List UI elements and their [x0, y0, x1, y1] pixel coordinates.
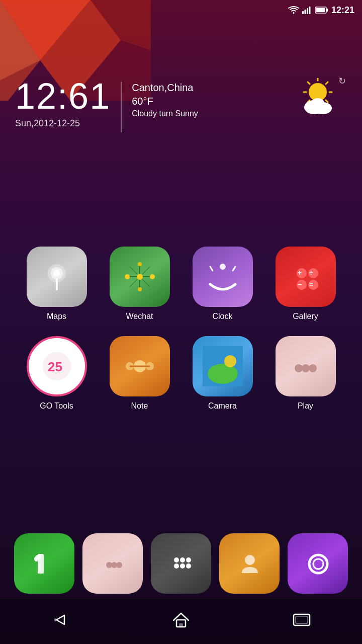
clock-label: Clock	[212, 312, 232, 321]
svg-point-72	[245, 555, 255, 565]
app-grid: Maps	[0, 247, 362, 426]
svg-text:÷: ÷	[309, 269, 313, 277]
gotools-icon: 25	[27, 336, 87, 396]
dock-all-apps[interactable]	[151, 533, 211, 594]
wifi-icon	[288, 6, 299, 14]
camera-label: Camera	[208, 401, 237, 411]
signal-icon	[302, 6, 312, 14]
weather-sun-cloud-icon	[297, 78, 342, 118]
svg-text:+: +	[298, 269, 302, 277]
dock-contacts[interactable]	[219, 533, 280, 594]
svg-rect-77	[179, 623, 183, 627]
svg-point-38	[220, 264, 226, 270]
play-icon	[276, 336, 336, 396]
svg-point-65	[116, 562, 122, 568]
svg-point-69	[174, 564, 179, 569]
svg-line-40	[233, 267, 235, 271]
nav-recents-button[interactable]	[277, 607, 327, 636]
dock-circle[interactable]	[288, 533, 348, 594]
svg-rect-79	[296, 616, 308, 623]
svg-point-70	[180, 564, 185, 569]
clock-divider	[121, 82, 122, 132]
app-item-camera[interactable]: Camera	[188, 336, 258, 411]
svg-point-71	[186, 564, 191, 569]
dock-phone[interactable]	[14, 533, 74, 594]
clock-time-display: 12:61	[15, 78, 111, 114]
gallery-icon: + ÷ − =	[276, 247, 336, 307]
clock-app-icon	[193, 247, 253, 307]
app-item-gotools[interactable]: 25 GO Tools	[22, 336, 92, 411]
svg-point-67	[180, 557, 185, 562]
wechat-icon	[110, 247, 170, 307]
app-row-2: 25 GO Tools Note	[15, 336, 347, 411]
clock-widget[interactable]: 12:61 Sun,2012-12-25 Canton,China 60°F C…	[15, 78, 198, 132]
svg-point-35	[150, 274, 155, 279]
weather-temp: 60°F	[132, 96, 198, 107]
camera-icon	[193, 336, 253, 396]
svg-line-39	[210, 267, 213, 271]
svg-rect-12	[326, 9, 328, 12]
svg-text:−: −	[298, 280, 302, 288]
svg-point-36	[138, 262, 142, 266]
svg-point-25	[311, 98, 325, 110]
app-item-play[interactable]: Play	[270, 336, 341, 411]
svg-point-6	[293, 13, 294, 14]
svg-point-37	[138, 287, 142, 291]
dock	[0, 533, 362, 594]
note-icon	[110, 336, 170, 396]
app-item-note[interactable]: Note	[105, 336, 175, 411]
app-item-clock[interactable]: Clock	[188, 247, 258, 321]
clock-date-display: Sun,2012-12-25	[15, 118, 111, 129]
nav-home-button[interactable]	[156, 605, 206, 638]
svg-rect-13	[316, 8, 325, 12]
svg-point-61	[302, 364, 310, 372]
status-icons: 12:21	[288, 5, 354, 16]
svg-point-33	[137, 274, 143, 280]
maps-label: Maps	[47, 312, 66, 321]
svg-rect-9	[307, 8, 308, 14]
svg-point-28	[53, 270, 60, 277]
nav-bar	[0, 599, 362, 644]
svg-line-20	[326, 100, 328, 102]
wechat-label: Wechat	[126, 312, 153, 321]
app-item-maps[interactable]: Maps	[22, 247, 92, 321]
svg-rect-7	[302, 11, 304, 14]
clock-time-section: 12:61 Sun,2012-12-25	[15, 78, 111, 129]
play-label: Play	[298, 401, 313, 411]
app-item-gallery[interactable]: + ÷ − = Gallery	[270, 247, 341, 321]
svg-point-68	[186, 557, 191, 562]
status-bar: 12:21	[0, 0, 362, 20]
app-item-wechat[interactable]: Wechat	[105, 247, 175, 321]
note-label: Note	[131, 401, 148, 411]
svg-point-62	[309, 364, 317, 372]
svg-point-73	[309, 555, 327, 573]
gallery-label: Gallery	[293, 312, 318, 321]
svg-rect-8	[304, 10, 306, 14]
weather-section: Canton,China 60°F Cloudy turn Sunny	[132, 82, 198, 118]
svg-point-66	[174, 557, 179, 562]
svg-point-58	[208, 364, 238, 384]
battery-icon	[315, 6, 328, 14]
nav-back-button[interactable]	[35, 607, 85, 636]
svg-point-34	[125, 274, 130, 279]
svg-rect-75	[54, 618, 56, 621]
dock-messages[interactable]	[82, 533, 143, 594]
app-row-1: Maps	[15, 247, 347, 321]
weather-city: Canton,China	[132, 82, 198, 94]
svg-text:25: 25	[48, 359, 62, 374]
svg-line-21	[326, 82, 328, 84]
svg-rect-10	[309, 7, 310, 14]
weather-refresh-icon[interactable]: ↻	[338, 75, 349, 87]
gotools-label: GO Tools	[40, 401, 73, 411]
weather-icon-area: ↻	[297, 78, 347, 123]
svg-point-60	[295, 364, 303, 372]
svg-line-19	[308, 82, 310, 84]
status-time: 12:21	[331, 5, 354, 16]
weather-description: Cloudy turn Sunny	[132, 109, 198, 118]
svg-point-74	[313, 559, 323, 569]
maps-icon	[27, 247, 87, 307]
svg-text:=: =	[309, 280, 313, 288]
svg-point-59	[224, 355, 236, 367]
homescreen: 12:21 12:61 Sun,2012-12-25 Canton,China …	[0, 0, 362, 644]
